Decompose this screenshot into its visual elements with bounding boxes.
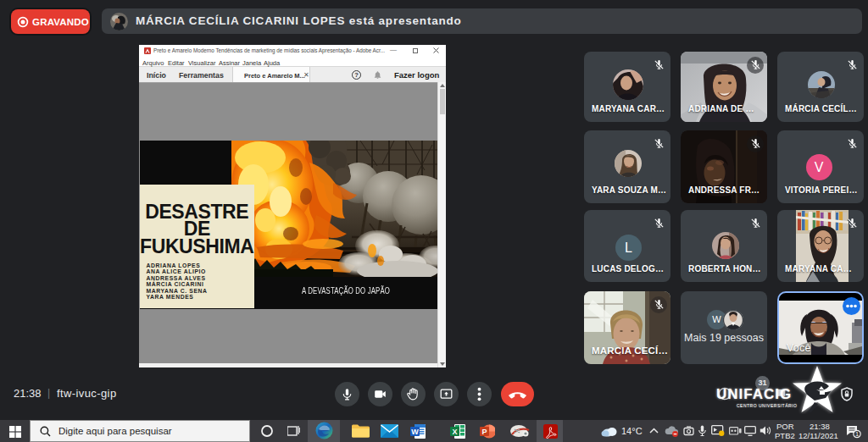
svg-text:?: ? — [354, 71, 359, 79]
svg-text:X: X — [452, 427, 457, 435]
svg-text:P: P — [481, 427, 487, 435]
svg-text:1: 1 — [855, 430, 859, 438]
svg-text:W: W — [411, 427, 419, 435]
